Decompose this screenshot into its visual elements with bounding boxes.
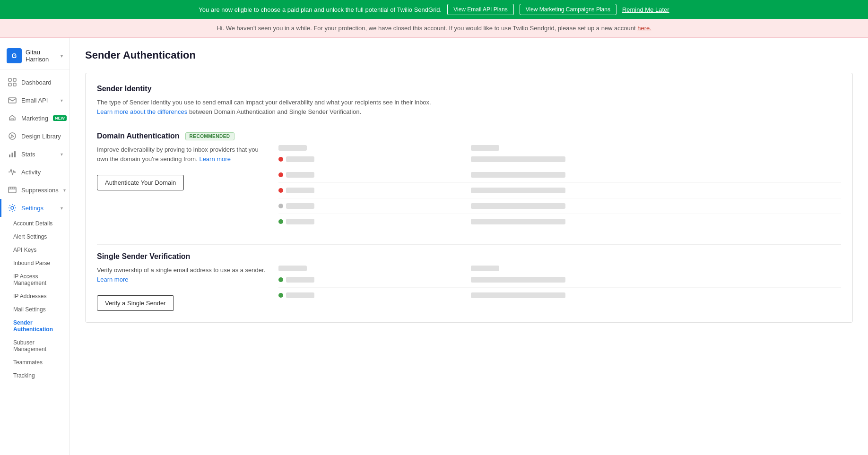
marketing-badge: NEW xyxy=(53,115,67,121)
single-sender-section: Single Sender Verification Verify owners… xyxy=(97,252,841,311)
svg-rect-8 xyxy=(12,153,13,157)
status-dot-red-1 xyxy=(278,157,283,162)
sender-dot-green-1 xyxy=(278,277,283,282)
sender-row2-label xyxy=(286,292,314,298)
domain-row-1 xyxy=(278,152,841,167)
sender-identity-card: Sender Identity The type of Sender Ident… xyxy=(85,73,853,323)
settings-sub-inbound-parse[interactable]: Inbound Parse xyxy=(0,257,69,270)
single-sender-left: Verify ownership of a single email addre… xyxy=(97,266,267,311)
suppressions-icon xyxy=(8,186,17,194)
settings-sub-tracking[interactable]: Tracking xyxy=(0,369,69,382)
user-menu-chevron-icon: ▾ xyxy=(61,53,63,59)
avatar: G xyxy=(7,48,22,63)
activity-icon xyxy=(8,168,17,176)
sidebar-item-design-library[interactable]: Design Library xyxy=(0,127,69,145)
suppressions-arrow-icon: ▾ xyxy=(63,188,66,193)
sidebar-item-settings-label: Settings xyxy=(21,205,56,212)
svg-rect-3 xyxy=(13,83,16,86)
single-sender-desc: Verify ownership of a single email addre… xyxy=(97,266,267,284)
domain-row3-value xyxy=(471,188,565,193)
single-sender-col-headers xyxy=(278,266,841,272)
domain-row4-value xyxy=(471,203,565,209)
domain-row3-label xyxy=(286,188,314,193)
settings-sub-teammates[interactable]: Teammates xyxy=(0,356,69,369)
status-dot-red-2 xyxy=(278,172,283,177)
domain-row2-value xyxy=(471,172,565,178)
svg-rect-9 xyxy=(14,151,16,157)
view-marketing-button[interactable]: View Marketing Campaigns Plans xyxy=(520,4,616,15)
sidebar-item-email-api-label: Email API xyxy=(21,97,56,104)
top-banner: You are now eligble to choose a paid pla… xyxy=(0,0,868,19)
sender-row-2 xyxy=(278,288,841,303)
svg-rect-2 xyxy=(9,83,11,86)
view-email-api-button[interactable]: View Email API Plans xyxy=(447,4,514,15)
remind-later-link[interactable]: Remind Me Later xyxy=(622,6,669,13)
settings-sub-subuser[interactable]: Subuser Management xyxy=(0,336,69,356)
domain-col2-header xyxy=(471,145,499,151)
sidebar-item-dashboard-label: Dashboard xyxy=(21,79,63,86)
settings-sub-ip-addresses[interactable]: IP Addresses xyxy=(0,290,69,303)
main-layout: G Gitau Harrison ▾ Dashboard xyxy=(0,38,868,455)
authenticate-domain-button[interactable]: Authenticate Your Domain xyxy=(97,175,184,190)
sender-row1-value xyxy=(471,277,565,283)
sidebar-item-suppressions-label: Suppressions xyxy=(21,187,59,194)
domain-auth-body: Improve deliverability by proving to inb… xyxy=(97,145,841,229)
domain-learn-more-link[interactable]: Learn more xyxy=(199,155,230,163)
sidebar-item-activity-label: Activity xyxy=(21,169,63,176)
svg-rect-5 xyxy=(11,119,14,120)
marketing-icon xyxy=(8,114,17,122)
user-menu[interactable]: G Gitau Harrison ▾ xyxy=(0,43,69,69)
svg-rect-0 xyxy=(9,78,11,81)
user-name: Gitau Harrison xyxy=(26,49,57,63)
sidebar-item-email-api[interactable]: Email API ▾ xyxy=(0,91,69,109)
domain-auth-title: Domain Authentication xyxy=(97,132,180,140)
page-title: Sender Authentication xyxy=(85,49,853,61)
stats-arrow-icon: ▾ xyxy=(61,152,63,157)
settings-sub-sender-auth[interactable]: Sender Authentication xyxy=(0,316,69,336)
svg-point-6 xyxy=(9,133,16,139)
sidebar-item-stats[interactable]: Stats ▾ xyxy=(0,145,69,163)
design-icon xyxy=(8,132,17,140)
svg-rect-4 xyxy=(9,98,16,103)
sidebar-item-activity[interactable]: Activity xyxy=(0,163,69,181)
sender-row-1 xyxy=(278,272,841,288)
sender-identity-desc: The type of Sender Identity you use to s… xyxy=(97,98,841,116)
single-sender-learn-more-link[interactable]: Learn more xyxy=(97,276,128,283)
sidebar-item-settings[interactable]: Settings ▾ xyxy=(0,199,69,217)
sender-row2-value xyxy=(471,292,565,298)
sidebar-item-dashboard[interactable]: Dashboard xyxy=(0,73,69,91)
learn-differences-link[interactable]: Learn more about the differences xyxy=(97,108,187,115)
stats-icon xyxy=(8,150,17,158)
domain-row2-label xyxy=(286,172,314,178)
domain-row-4 xyxy=(278,198,841,214)
sidebar-item-marketing[interactable]: Marketing NEW ▾ xyxy=(0,109,69,127)
svg-rect-1 xyxy=(13,78,16,81)
banner-text: You are now eligble to choose a paid pla… xyxy=(199,6,442,13)
sidebar-item-design-library-label: Design Library xyxy=(21,133,63,140)
settings-sub-mail-settings[interactable]: Mail Settings xyxy=(0,303,69,316)
domain-col1-header xyxy=(278,145,307,151)
main-content: Sender Authentication Sender Identity Th… xyxy=(70,38,868,455)
sender-identity-header: Sender Identity xyxy=(97,85,841,93)
svg-rect-7 xyxy=(9,155,10,157)
sidebar-nav: Dashboard Email API ▾ Marketing NEW ▾ xyxy=(0,69,69,386)
settings-arrow-icon: ▾ xyxy=(61,206,63,211)
settings-sub-alert-settings[interactable]: Alert Settings xyxy=(0,230,69,243)
sender-col2-header xyxy=(471,266,499,271)
domain-row4-label xyxy=(286,203,314,209)
warning-text: Hi. We haven't seen you in a while. For … xyxy=(217,25,637,32)
status-dot-green-1 xyxy=(278,219,283,224)
verify-single-sender-button[interactable]: Verify a Single Sender xyxy=(97,295,174,311)
sidebar-item-suppressions[interactable]: Suppressions ▾ xyxy=(0,181,69,199)
single-sender-header: Single Sender Verification xyxy=(97,252,841,261)
domain-row-2 xyxy=(278,167,841,183)
status-dot-red-3 xyxy=(278,188,283,193)
domain-row-3 xyxy=(278,183,841,198)
settings-submenu: Account Details Alert Settings API Keys … xyxy=(0,217,69,382)
status-dot-gray-1 xyxy=(278,204,283,208)
settings-sub-ip-access[interactable]: IP Access Management xyxy=(0,270,69,290)
settings-sub-account-details[interactable]: Account Details xyxy=(0,217,69,230)
warning-link[interactable]: here. xyxy=(637,25,651,32)
domain-row1-label xyxy=(286,156,314,162)
settings-sub-api-keys[interactable]: API Keys xyxy=(0,243,69,257)
